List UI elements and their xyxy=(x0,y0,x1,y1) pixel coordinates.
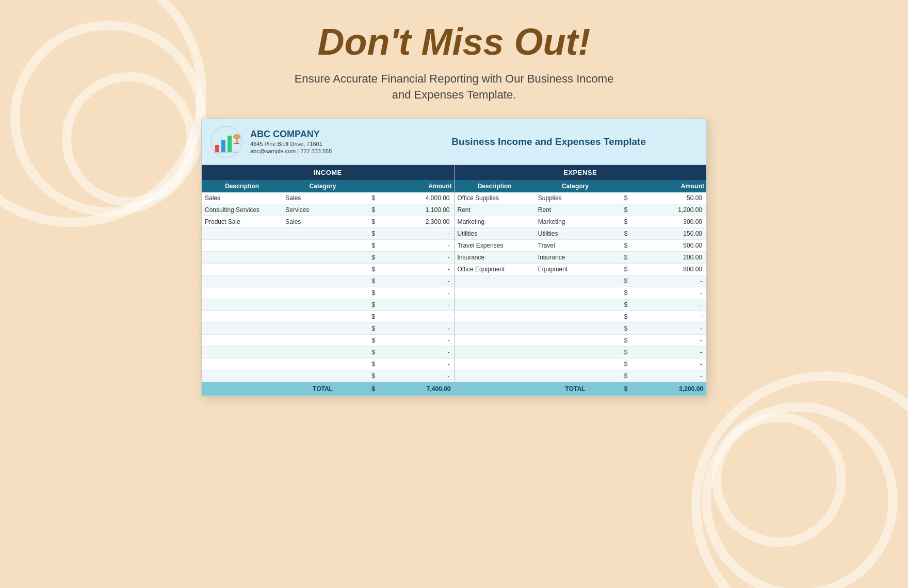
expense-table-row: Rent Rent $ 1,200.00 xyxy=(455,204,707,216)
expense-row-amount: 50.00 xyxy=(630,192,706,204)
expense-table-row: Travel Expenses Travel $ 500.00 xyxy=(455,239,707,251)
expense-col-amount: Amount xyxy=(630,180,706,192)
expense-row-category: Insurance xyxy=(535,251,615,263)
income-row-dollar: $ xyxy=(363,299,378,311)
income-row-dollar: $ xyxy=(363,204,378,216)
company-logo-icon xyxy=(210,125,243,158)
expense-row-category xyxy=(535,358,615,370)
expense-row-description xyxy=(455,322,535,334)
income-row-amount: 2,300.00 xyxy=(378,216,454,227)
income-row-dollar: $ xyxy=(363,263,378,275)
expense-table: Description Category Amount Office Suppl… xyxy=(455,180,707,396)
income-row-amount: - xyxy=(378,370,454,382)
expense-row-category xyxy=(535,311,615,322)
expense-row-description: Office Supplies xyxy=(455,192,535,204)
income-row-dollar: $ xyxy=(363,287,378,299)
expense-section-header: EXPENSE xyxy=(455,165,707,180)
expense-table-row: $ - xyxy=(455,275,707,287)
income-row-category xyxy=(282,239,363,251)
expense-row-description: Utilities xyxy=(455,227,535,239)
income-row-amount: - xyxy=(378,311,454,322)
income-row-dollar: $ xyxy=(363,192,378,204)
income-row-description xyxy=(202,239,282,251)
income-table-row: $ - xyxy=(202,334,454,346)
income-row-dollar: $ xyxy=(363,227,378,239)
income-row-description xyxy=(202,299,282,311)
expense-col-dollar-sign xyxy=(615,180,630,192)
expense-row-amount: - xyxy=(630,370,706,382)
expense-table-row: Insurance Insurance $ 200.00 xyxy=(455,251,707,263)
expense-row-dollar: $ xyxy=(615,299,630,311)
page-content: Don't Miss Out! Ensure Accurate Financia… xyxy=(0,0,908,407)
income-row-amount: - xyxy=(378,275,454,287)
income-row-dollar: $ xyxy=(363,239,378,251)
bg-decoration-5 xyxy=(702,402,898,588)
expense-row-description xyxy=(455,370,535,382)
income-row-category xyxy=(282,227,363,239)
expense-row-dollar: $ xyxy=(615,263,630,275)
template-card: ABC COMPANY 4645 Pine Bluff Drive, 71601… xyxy=(201,119,707,397)
income-row-dollar: $ xyxy=(363,311,378,322)
income-table-row: Consulting Services Services $ 1,100.00 xyxy=(202,204,454,216)
expense-table-row: Office Equipment Equipment $ 800.00 xyxy=(455,263,707,275)
expense-row-amount: - xyxy=(630,311,706,322)
expense-row-description: Office Equipment xyxy=(455,263,535,275)
income-row-description: Consulting Services xyxy=(202,204,282,216)
expense-total-row: TOTAL $ 3,200.00 xyxy=(455,382,707,396)
income-row-amount: - xyxy=(378,358,454,370)
income-row-dollar: $ xyxy=(363,216,378,227)
income-row-category xyxy=(282,287,363,299)
expense-total-amount: 3,200.00 xyxy=(630,382,706,396)
expense-row-amount: 150.00 xyxy=(630,227,706,239)
expense-row-dollar: $ xyxy=(615,216,630,227)
expense-row-amount: - xyxy=(630,299,706,311)
expense-row-description xyxy=(455,287,535,299)
tables-row: INCOME Description Category Amount Sales… xyxy=(202,165,706,396)
template-title: Business Income and Expenses Template xyxy=(399,136,698,148)
income-row-category xyxy=(282,346,363,358)
expense-row-category xyxy=(535,299,615,311)
income-row-category xyxy=(282,263,363,275)
income-row-dollar: $ xyxy=(363,358,378,370)
expense-row-description xyxy=(455,275,535,287)
income-col-dollar-sign xyxy=(363,180,378,192)
expense-row-description: Rent xyxy=(455,204,535,216)
income-row-category xyxy=(282,334,363,346)
income-row-amount: - xyxy=(378,322,454,334)
expense-total-dollar: $ xyxy=(615,382,630,396)
expense-table-row: Utilities Utilities $ 150.00 xyxy=(455,227,707,239)
svg-point-4 xyxy=(233,134,240,139)
income-row-description xyxy=(202,322,282,334)
expense-row-dollar: $ xyxy=(615,275,630,287)
income-row-category xyxy=(282,311,363,322)
income-row-amount: - xyxy=(378,227,454,239)
income-total-row: TOTAL $ 7,400.00 xyxy=(202,382,454,396)
expense-row-dollar: $ xyxy=(615,311,630,322)
income-row-description xyxy=(202,358,282,370)
expense-table-row: $ - xyxy=(455,299,707,311)
income-row-dollar: $ xyxy=(363,334,378,346)
expense-row-category xyxy=(535,346,615,358)
company-address: 4645 Pine Bluff Drive, 71601 xyxy=(250,141,399,147)
expense-row-dollar: $ xyxy=(615,287,630,299)
expense-row-dollar: $ xyxy=(615,204,630,216)
income-row-category xyxy=(282,299,363,311)
income-col-description: Description xyxy=(202,180,282,192)
income-row-description xyxy=(202,287,282,299)
svg-rect-2 xyxy=(221,140,225,152)
expense-row-description xyxy=(455,346,535,358)
expense-row-category: Equipment xyxy=(535,263,615,275)
page-title: Don't Miss Out! xyxy=(317,21,590,63)
income-total-dollar: $ xyxy=(363,382,378,396)
income-section-header: INCOME xyxy=(202,165,454,180)
expense-total-label: TOTAL xyxy=(535,382,615,396)
income-row-dollar: $ xyxy=(363,275,378,287)
income-col-amount: Amount xyxy=(378,180,454,192)
expense-row-category: Rent xyxy=(535,204,615,216)
income-row-category xyxy=(282,275,363,287)
expense-table-row: Office Supplies Supplies $ 50.00 xyxy=(455,192,707,204)
expense-row-description: Travel Expenses xyxy=(455,239,535,251)
expense-row-amount: - xyxy=(630,287,706,299)
income-row-description xyxy=(202,370,282,382)
income-total-empty1 xyxy=(202,382,282,396)
